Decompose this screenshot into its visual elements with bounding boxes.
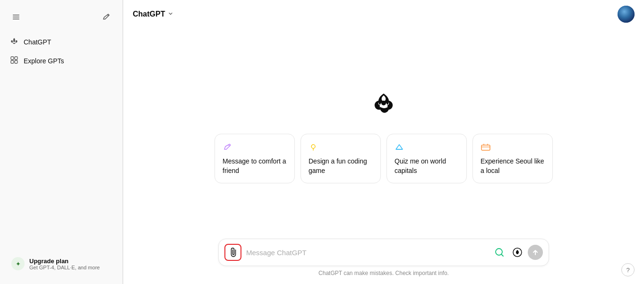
sidebar-item-chatgpt[interactable]: ChatGPT bbox=[4, 33, 119, 51]
svg-rect-6 bbox=[11, 60, 14, 63]
seoul-icon bbox=[481, 142, 545, 153]
svg-rect-1 bbox=[13, 17, 19, 17]
upgrade-subtitle: Get GPT-4, DALL·E, and more bbox=[29, 265, 100, 270]
help-button[interactable]: ? bbox=[621, 263, 635, 276]
card-comfort[interactable]: Message to comfort a friend bbox=[215, 134, 295, 183]
message-input[interactable] bbox=[241, 249, 492, 257]
card-capitals[interactable]: Quiz me on world capitals bbox=[386, 134, 467, 183]
upgrade-item[interactable]: ✦ Upgrade plan Get GPT-4, DALL·E, and mo… bbox=[6, 253, 117, 275]
sidebar-item-explore[interactable]: Explore GPTs bbox=[4, 52, 119, 70]
topbar-chevron-icon bbox=[168, 11, 173, 18]
svg-rect-4 bbox=[11, 57, 14, 60]
openai-logo bbox=[372, 91, 395, 115]
input-right bbox=[492, 245, 543, 260]
topbar-title-button[interactable]: ChatGPT bbox=[133, 10, 173, 18]
svg-rect-2 bbox=[13, 19, 19, 20]
input-wrapper bbox=[218, 239, 549, 266]
send-button[interactable] bbox=[528, 245, 543, 260]
user-avatar[interactable] bbox=[618, 6, 635, 23]
svg-rect-0 bbox=[13, 15, 19, 16]
suggestion-cards: Message to comfort a friend Design a fun… bbox=[215, 134, 553, 183]
new-chat-button[interactable] bbox=[98, 9, 115, 26]
bottom-area: ChatGPT can make mistakes. Check importa… bbox=[123, 239, 644, 284]
card-coding-text: Design a fun coding game bbox=[309, 157, 373, 175]
chatgpt-icon bbox=[9, 37, 19, 47]
card-seoul-text: Experience Seoul like a local bbox=[481, 157, 545, 175]
svg-rect-5 bbox=[15, 57, 17, 60]
upgrade-text: Upgrade plan Get GPT-4, DALL·E, and more bbox=[29, 258, 100, 270]
sidebar-item-explore-label: Explore GPTs bbox=[24, 57, 64, 65]
svg-rect-7 bbox=[15, 60, 17, 63]
card-capitals-text: Quiz me on world capitals bbox=[395, 157, 459, 175]
topbar: ChatGPT bbox=[123, 0, 644, 28]
sidebar: ChatGPT Explore GPTs ✦ Upgrade plan Get … bbox=[0, 0, 123, 284]
avatar-image bbox=[618, 6, 635, 23]
comfort-icon bbox=[223, 142, 287, 153]
main-content: ChatGPT bbox=[123, 0, 644, 284]
sidebar-bottom: ✦ Upgrade plan Get GPT-4, DALL·E, and mo… bbox=[4, 249, 119, 278]
card-coding[interactable]: Design a fun coding game bbox=[301, 134, 381, 183]
voice-tool-button[interactable] bbox=[510, 245, 525, 260]
topbar-title-text: ChatGPT bbox=[133, 10, 165, 18]
disclaimer-text: ChatGPT can make mistakes. Check importa… bbox=[318, 270, 449, 276]
help-label: ? bbox=[626, 267, 629, 274]
coding-icon bbox=[309, 142, 373, 153]
sidebar-toggle-button[interactable] bbox=[8, 9, 25, 26]
card-comfort-text: Message to comfort a friend bbox=[223, 157, 287, 175]
upgrade-title: Upgrade plan bbox=[29, 258, 100, 265]
svg-point-9 bbox=[311, 145, 315, 148]
search-tool-button[interactable] bbox=[492, 245, 507, 260]
explore-icon bbox=[9, 56, 19, 66]
sidebar-nav: ChatGPT Explore GPTs bbox=[4, 33, 119, 70]
svg-point-8 bbox=[381, 101, 386, 105]
capitals-icon bbox=[395, 142, 459, 153]
upgrade-icon: ✦ bbox=[11, 257, 25, 270]
svg-rect-10 bbox=[481, 145, 490, 150]
sidebar-top bbox=[4, 6, 119, 33]
card-seoul[interactable]: Experience Seoul like a local bbox=[472, 134, 553, 183]
sidebar-item-chatgpt-label: ChatGPT bbox=[24, 38, 51, 46]
attach-button[interactable] bbox=[224, 244, 241, 261]
svg-point-3 bbox=[13, 40, 15, 42]
